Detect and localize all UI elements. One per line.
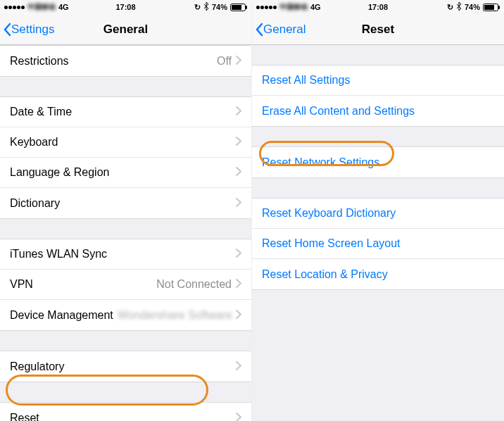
battery-icon [230,4,247,11]
svg-rect-1 [232,5,241,10]
row-reset-keyboard-dictionary[interactable]: Reset Keyboard Dictionary [252,199,504,229]
chevron-right-icon [236,309,241,322]
row-value: Wondershare Software, LTD [118,309,232,322]
row-label: Reset Network Settings [262,156,494,169]
row-itunes-wlan-sync[interactable]: iTunes WLAN Sync [0,239,251,270]
row-value: Off [217,55,232,68]
back-label: Settings [11,23,54,37]
battery-pct: 74% [465,3,480,11]
sync-icon: ↻ [194,3,201,12]
row-value: Not Connected [156,278,232,291]
row-label: Language & Region [10,166,236,179]
sync-icon: ↻ [447,3,453,12]
chevron-left-icon [3,23,11,37]
chevron-right-icon [236,55,241,68]
svg-rect-4 [484,5,494,10]
row-reset-all-settings[interactable]: Reset All Settings [252,65,504,96]
back-button-general[interactable]: General [252,23,305,37]
chevron-right-icon [236,197,241,210]
row-label: Date & Time [10,106,236,118]
row-label: Reset Home Screen Layout [262,237,494,250]
row-label: Reset Location & Privacy [262,268,494,281]
row-keyboard[interactable]: Keyboard [0,127,251,158]
row-regulatory[interactable]: Regulatory [0,351,251,382]
row-label: VPN [10,278,156,291]
reset-list[interactable]: Reset All Settings Erase All Content and… [252,45,504,421]
back-label: General [263,23,305,37]
row-label: Keyboard [10,136,236,149]
row-dictionary[interactable]: Dictionary [0,188,251,218]
row-label: Erase All Content and Settings [262,105,494,118]
row-label: iTunes WLAN Sync [10,248,236,260]
bluetooth-icon [203,2,209,12]
svg-rect-2 [246,6,247,9]
row-label: Reset [10,412,236,422]
status-right: ↻ 74% [447,2,500,12]
row-reset-network-settings[interactable]: Reset Network Settings [252,147,504,177]
row-device-management[interactable]: Device Management Wondershare Software, … [0,300,251,330]
nav-bar: Settings General [0,14,251,45]
phone-left-general: 中国移动 4G 17:08 ↻ 74% Settings General [0,0,252,421]
chevron-right-icon [236,106,241,118]
back-button-settings[interactable]: Settings [0,23,54,37]
row-label: Reset All Settings [262,74,494,87]
nav-bar: General Reset [252,14,504,45]
row-language-region[interactable]: Language & Region [0,158,251,188]
status-right: ↻ 74% [194,2,247,12]
chevron-right-icon [236,278,241,291]
row-label: Device Management [10,309,113,322]
status-bar: 中国移动 4G 17:08 ↻ 74% [252,0,504,14]
status-bar: 中国移动 4G 17:08 ↻ 74% [0,0,251,14]
chevron-right-icon [236,166,241,179]
chevron-right-icon [236,136,241,149]
row-label: Reset Keyboard Dictionary [262,207,494,220]
chevron-right-icon [236,248,241,260]
svg-rect-5 [498,6,500,9]
bluetooth-icon [456,2,462,12]
chevron-left-icon [255,23,263,37]
row-label: Regulatory [10,360,236,373]
battery-icon [483,4,500,11]
dual-screenshot: 中国移动 4G 17:08 ↻ 74% Settings General [0,0,504,421]
row-reset-location-privacy[interactable]: Reset Location & Privacy [252,259,504,289]
row-label: Dictionary [10,197,236,210]
row-reset[interactable]: Reset [0,403,251,421]
row-restrictions[interactable]: Restrictions Off [0,46,251,76]
phone-right-reset: 中国移动 4G 17:08 ↻ 74% General Reset [252,0,504,421]
chevron-right-icon [236,412,241,422]
row-reset-home-screen[interactable]: Reset Home Screen Layout [252,229,504,259]
row-erase-all-content[interactable]: Erase All Content and Settings [252,96,504,126]
row-date-time[interactable]: Date & Time [0,97,251,127]
general-list[interactable]: Restrictions Off Date & Time Keyboard La… [0,45,251,421]
row-label: Restrictions [10,55,217,68]
battery-pct: 74% [212,3,227,11]
row-vpn[interactable]: VPN Not Connected [0,270,251,300]
chevron-right-icon [236,360,241,373]
